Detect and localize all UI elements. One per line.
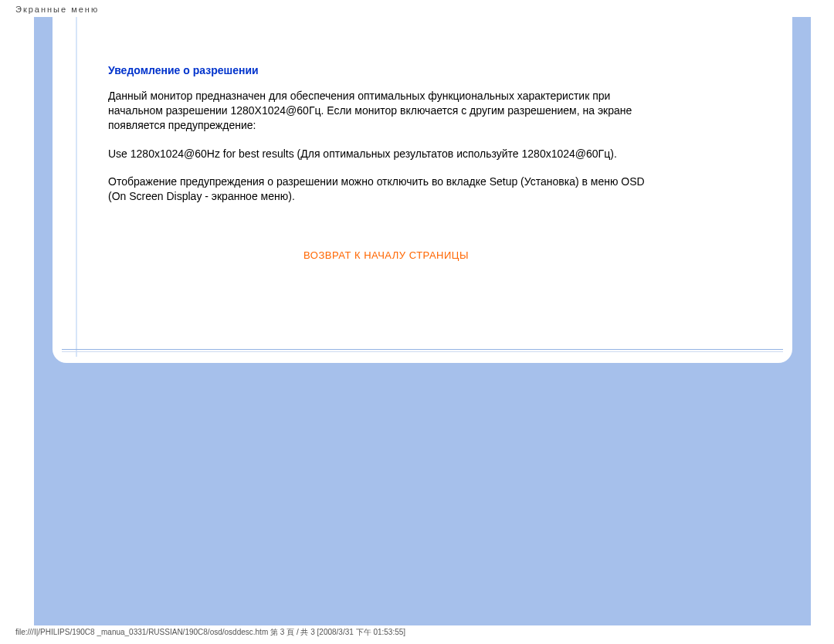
paragraph-2: Use 1280x1024@60Hz for best results (Для… [108,147,664,161]
background-panel: Уведомление о разрешении Данный монитор … [34,17,811,625]
return-to-top-link[interactable]: ВОЗВРАТ К НАЧАЛУ СТРАНИЦЫ [108,249,664,263]
section-title: Уведомление о разрешении [108,63,664,78]
content-panel: Уведомление о разрешении Данный монитор … [76,17,695,357]
content-block: Уведомление о разрешении Данный монитор … [77,17,695,270]
page-header-title: Экранные меню [15,5,99,14]
footer-filepath: file:///I|/PHILIPS/190C8 _manua_0331/RUS… [15,627,405,638]
paragraph-3: Отображение предупреждения о разрешении … [108,175,664,204]
page-root: Экранные меню Уведомление о разрешении Д… [0,0,834,644]
paragraph-1: Данный монитор предназначен для обеспече… [108,89,664,133]
card-divider [62,349,783,352]
content-card: Уведомление о разрешении Данный монитор … [53,17,792,363]
